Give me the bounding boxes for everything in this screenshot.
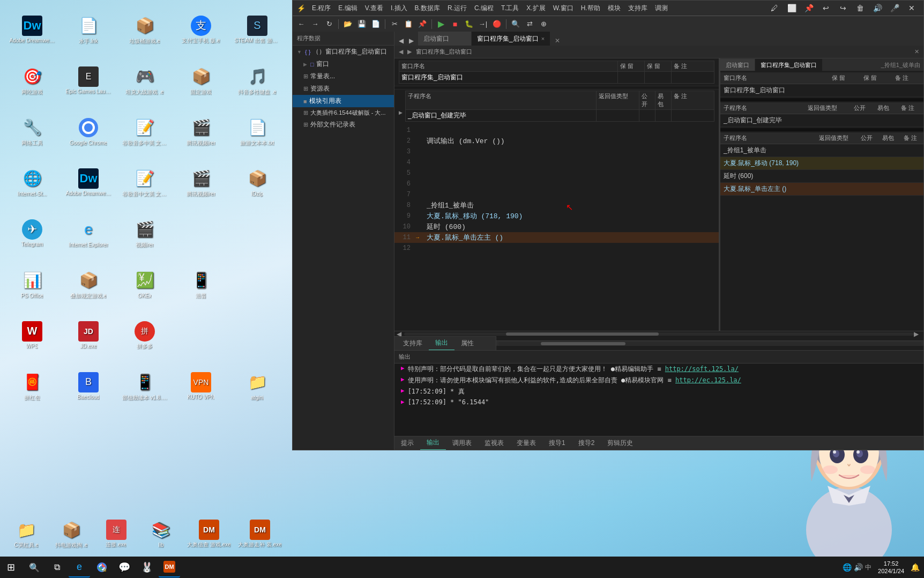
- icon-tencent-video2[interactable]: 🎬 腾讯视频irer: [174, 158, 228, 206]
- toolbar-breakpoint[interactable]: 🔴: [490, 18, 503, 31]
- toolbar-nav[interactable]: ⊕: [537, 18, 550, 31]
- delete-button[interactable]: 🗑: [853, 3, 868, 13]
- tab-search1[interactable]: 搜导1: [542, 436, 572, 450]
- icon-buzhuduku[interactable]: 📱 部信助读本 v1.8.exe: [118, 362, 172, 410]
- taskbar-chrome[interactable]: [91, 557, 113, 577]
- network-icon[interactable]: 🌐: [843, 563, 852, 572]
- toolbar-refresh[interactable]: ↻: [323, 18, 336, 31]
- icon-okex[interactable]: 💹 OKEx: [118, 260, 172, 308]
- sub-nav-right[interactable]: ▶: [407, 48, 412, 55]
- menu-module[interactable]: 模块: [605, 3, 624, 14]
- toolbar-debug[interactable]: 🐛: [463, 18, 475, 31]
- icon-internet-st[interactable]: 🌐 Internet-St...: [5, 158, 59, 206]
- scroll-track[interactable]: [404, 332, 914, 336]
- icon-google-chrome[interactable]: Google Chrome: [62, 107, 115, 155]
- mic-button[interactable]: 🎤: [887, 3, 902, 13]
- inspector-tab-right[interactable]: 窗口程序集_启动窗口: [755, 59, 823, 71]
- method-row-4[interactable]: 大夏.鼠标_单击左主 (): [720, 183, 923, 196]
- icon-alipay[interactable]: 支 支付宝手机 版.e: [174, 5, 228, 54]
- menu-view[interactable]: V.查看: [362, 3, 386, 14]
- toolbar-paste[interactable]: 📌: [416, 18, 429, 31]
- icon-haojin[interactable]: 📱 浩晋: [174, 260, 228, 308]
- toolbar-forward[interactable]: →: [309, 18, 322, 31]
- icon-google-cn2[interactable]: 📝 谷歌音中文英 文模块_dx.e: [118, 158, 172, 206]
- icon-netcafe[interactable]: 🎯 网吃游戏: [5, 56, 59, 105]
- sub-window-close[interactable]: ✕: [914, 48, 919, 55]
- inspector-tab-left[interactable]: 启动窗口: [720, 59, 755, 71]
- menu-extend[interactable]: X.扩展: [523, 3, 548, 14]
- icon-atgini[interactable]: 📁 atgini: [230, 362, 284, 410]
- tree-item-window-set[interactable]: ▼ { } （）窗口程序集_启动窗口: [293, 46, 394, 58]
- icon-trash-game[interactable]: 📦 垃圾桶游戏.e: [118, 5, 172, 54]
- tree-item-resources[interactable]: ⊞ 资源表: [293, 83, 394, 95]
- toolbar-search[interactable]: 🔍: [509, 18, 522, 31]
- toolbar-cut[interactable]: ✂: [388, 18, 401, 31]
- tree-item-plugin[interactable]: ⊞ 大奥插件6.1544破解版 - 大...: [293, 107, 394, 118]
- sub-nav-left[interactable]: ◀: [399, 48, 403, 55]
- close-pane-button[interactable]: ✕: [553, 36, 562, 46]
- nav-right[interactable]: ▶: [407, 36, 416, 46]
- icon-baecloud[interactable]: B Baecloud: [62, 362, 115, 410]
- menu-edit[interactable]: E.编辑: [335, 3, 360, 14]
- icon-douyin[interactable]: 🎵 抖音多性键盘 .e: [230, 56, 284, 105]
- tab-vars[interactable]: 变量表: [510, 436, 542, 450]
- start-button[interactable]: ⊞: [0, 557, 21, 578]
- tree-item-constants[interactable]: ⊞ 常量表...: [293, 70, 394, 83]
- icon-dm-fix[interactable]: DM 大奥游走补 装.exe: [236, 516, 284, 551]
- code-editor[interactable]: 1 2 调试输出 (dm.Ver ()): [394, 123, 719, 331]
- icon-pinduoduo[interactable]: 拼 拼多多: [118, 311, 172, 359]
- toolbar-replace[interactable]: ⇄: [523, 18, 536, 31]
- tab-property[interactable]: 属性: [454, 337, 480, 350]
- toolbar-run[interactable]: ▶: [435, 18, 448, 31]
- nav-left[interactable]: ◀: [397, 36, 406, 46]
- toolbar-step[interactable]: →|: [476, 18, 489, 31]
- bottom-scroll-track[interactable]: [498, 342, 921, 345]
- bottom-scroll-thumb[interactable]: [541, 342, 625, 345]
- icon-video[interactable]: 🎬 视频irer: [118, 209, 172, 257]
- menu-help[interactable]: H.帮助: [578, 3, 603, 14]
- toolbar-copy[interactable]: 📋: [402, 18, 415, 31]
- menu-support[interactable]: 支持库: [625, 3, 651, 14]
- undo-button[interactable]: ↩: [818, 3, 833, 13]
- icon-pinhongbao[interactable]: 🧧 拼红包: [5, 362, 59, 410]
- tab-window-program-set[interactable]: 窗口程序集_启动窗口 ×: [472, 32, 550, 46]
- icon-telegram[interactable]: ✈ Telegram: [5, 209, 59, 257]
- icon-ps-office[interactable]: 📊 PS Office: [5, 260, 59, 308]
- icon-sailor[interactable]: 📄 水手.lnk: [62, 5, 115, 54]
- close-button[interactable]: ✕: [904, 3, 919, 13]
- icon-lib[interactable]: 📚 lib: [140, 516, 182, 551]
- icon-dm-info[interactable]: DM 大奥信查 游戏.exe: [185, 516, 233, 551]
- icon-travel-txt[interactable]: 📄 旅游文本本.txt: [230, 107, 284, 155]
- menu-run[interactable]: R.运行: [444, 3, 470, 14]
- menu-tools[interactable]: T.工具: [498, 3, 522, 14]
- menu-window[interactable]: W.窗口: [550, 3, 577, 14]
- tree-item-module-ref[interactable]: ■ 模块引用表: [293, 95, 394, 107]
- tab-search2[interactable]: 搜导2: [572, 436, 601, 450]
- menu-coding[interactable]: C.编程: [471, 3, 497, 14]
- tab-startup-window[interactable]: 启动窗口: [418, 32, 472, 46]
- link-soft125[interactable]: http://soft.125.la/: [665, 365, 739, 373]
- tree-item-window[interactable]: ▶ □ 窗口: [293, 58, 394, 70]
- icon-stack-game[interactable]: 📦 叠加规定游戏.e: [62, 260, 115, 308]
- menu-program[interactable]: E.程序: [309, 3, 334, 14]
- icon-dotou[interactable]: 📦 抖电游戏掏 .e: [50, 516, 93, 551]
- menu-database[interactable]: B.数据库: [412, 3, 443, 14]
- icon-tencent-video[interactable]: 🎬 腾讯视频irer: [174, 107, 228, 155]
- icon-dreamweaver[interactable]: Dw Adobe Dreamweav...: [5, 5, 59, 54]
- toolbar-back[interactable]: ←: [295, 18, 308, 31]
- scroll-thumb[interactable]: [506, 332, 659, 336]
- window-prop-row[interactable]: 窗口程序集_启动窗口: [720, 84, 923, 97]
- menu-debug[interactable]: 调测: [652, 3, 671, 14]
- subprog-row-init[interactable]: _启动窗口_创建完毕: [720, 114, 923, 127]
- toolbar-open[interactable]: 📂: [341, 18, 354, 31]
- method-row-3[interactable]: 延时 (600): [720, 170, 923, 183]
- toolbar-save[interactable]: 💾: [355, 18, 368, 31]
- taskbar-dm-active[interactable]: DM: [159, 557, 180, 577]
- icon-idzip[interactable]: 📦 IDzip: [230, 158, 284, 206]
- speaker-icon[interactable]: 🔊: [854, 563, 863, 572]
- minimize-button[interactable]: 🖊: [767, 3, 782, 13]
- icon-ckx[interactable]: 📁 C哭红具.e: [5, 516, 48, 551]
- horizontal-scrollbar[interactable]: ◀ ▶: [394, 331, 923, 336]
- method-row-1[interactable]: _拎组1_被单击: [720, 144, 923, 157]
- toolbar-new[interactable]: 📄: [369, 18, 382, 31]
